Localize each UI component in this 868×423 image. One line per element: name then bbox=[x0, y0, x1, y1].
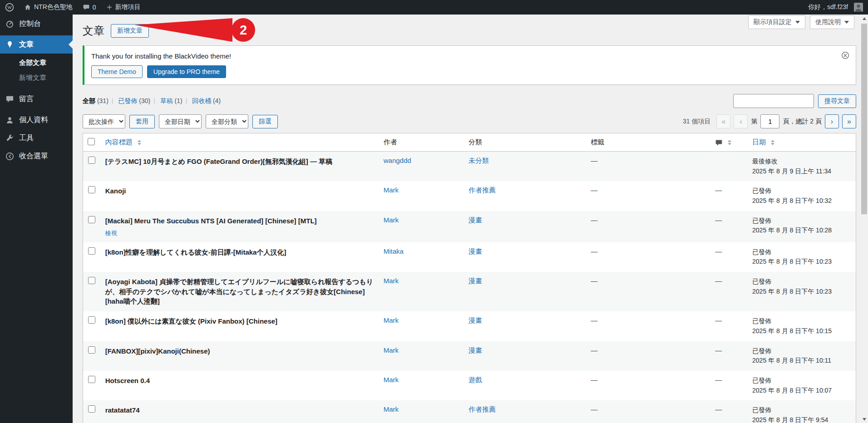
search-posts-button[interactable]: 搜尋文章 bbox=[818, 94, 856, 108]
date-filter-select[interactable]: 全部日期 bbox=[159, 114, 202, 128]
post-status: 已發佈 bbox=[752, 406, 771, 413]
page-title: 文章 bbox=[83, 24, 104, 38]
view-all-link[interactable]: 全部 (31) bbox=[83, 97, 108, 104]
row-checkbox[interactable] bbox=[88, 376, 95, 383]
scroll-down-arrow[interactable] bbox=[860, 415, 868, 423]
post-author-link[interactable]: Mark bbox=[384, 346, 399, 354]
post-status: 最後修改 bbox=[752, 157, 778, 165]
new-item-link[interactable]: 新增項目 bbox=[101, 0, 146, 15]
dismiss-notice-icon[interactable] bbox=[841, 51, 849, 61]
help-button[interactable]: 使用說明 bbox=[810, 15, 854, 29]
view-published-link[interactable]: 已發佈 (30) bbox=[118, 97, 150, 104]
row-checkbox[interactable] bbox=[88, 277, 95, 284]
post-title-link[interactable]: [Aoyagi Kabota] 貞操帯で射精管理してエイプリルフールに嘘寝取られ… bbox=[105, 278, 374, 305]
post-title-link[interactable]: Kanoji bbox=[105, 187, 126, 195]
sidebar-item-profile[interactable]: 個人資料 bbox=[0, 111, 73, 129]
scroll-thumb[interactable] bbox=[861, 24, 867, 214]
add-new-post-button[interactable]: 新增文章 bbox=[111, 24, 149, 38]
svg-text:W: W bbox=[7, 5, 12, 10]
filter-button[interactable]: 篩選 bbox=[252, 115, 278, 128]
post-title-link[interactable]: [テラスMC] 10月号まとめ FGO (FateGrand Order)[無邪… bbox=[105, 157, 332, 165]
account-menu-link[interactable]: 你好，sdf.f23f bbox=[803, 0, 868, 15]
sidebar-item-collapse-menu[interactable]: 收合選單 bbox=[0, 147, 73, 165]
apply-button[interactable]: 套用 bbox=[129, 115, 155, 128]
post-status: 已發佈 bbox=[752, 347, 771, 354]
scroll-up-arrow[interactable] bbox=[860, 15, 868, 22]
view-draft-link[interactable]: 草稿 (1) bbox=[160, 97, 182, 104]
sidebar-item-posts[interactable]: 文章 bbox=[0, 35, 73, 54]
post-category-link[interactable]: 作者推薦 bbox=[469, 405, 496, 413]
next-page-button[interactable]: › bbox=[825, 114, 839, 128]
select-all-checkbox[interactable] bbox=[88, 138, 95, 145]
theme-demo-button[interactable]: Theme Demo bbox=[91, 65, 143, 78]
home-icon bbox=[24, 4, 31, 11]
site-name-label: NTR色色聖地 bbox=[34, 3, 73, 11]
screen-options-button[interactable]: 顯示項目設定 bbox=[748, 15, 805, 29]
row-checkbox[interactable] bbox=[88, 316, 95, 324]
sidebar-menu: 控制台 文章 全部文章 新增文章 留言 個人資料 工具 收合選單 bbox=[0, 15, 73, 423]
post-tags-value: — bbox=[591, 405, 597, 413]
post-category-link[interactable]: 遊戲 bbox=[469, 376, 482, 384]
post-category-link[interactable]: 漫畫 bbox=[469, 346, 482, 354]
post-category-link[interactable]: 作者推薦 bbox=[469, 186, 496, 194]
post-tags-value: — bbox=[591, 277, 597, 285]
row-checkbox[interactable] bbox=[88, 346, 95, 354]
wordpress-logo-icon[interactable]: W bbox=[0, 0, 19, 15]
chevron-down-icon bbox=[844, 21, 849, 24]
post-author-link[interactable]: Mark bbox=[384, 277, 399, 285]
post-category-link[interactable]: 漫畫 bbox=[469, 247, 482, 255]
scrollbar[interactable] bbox=[860, 15, 868, 423]
tools-icon bbox=[5, 133, 15, 143]
view-trash-link[interactable]: 回收桶 (4) bbox=[192, 97, 221, 104]
post-category-link[interactable]: 未分類 bbox=[469, 157, 489, 164]
column-header-date[interactable]: 日期 bbox=[748, 133, 856, 152]
sidebar-item-dashboard[interactable]: 控制台 bbox=[0, 15, 73, 33]
post-author-link[interactable]: Mitaka bbox=[384, 247, 404, 255]
first-page-button: « bbox=[716, 114, 730, 128]
post-category-link[interactable]: 漫畫 bbox=[469, 216, 482, 224]
row-checkbox[interactable] bbox=[88, 247, 95, 255]
post-tags-value: — bbox=[591, 247, 597, 255]
bulk-action-select[interactable]: 批次操作 bbox=[83, 114, 125, 128]
sidebar-item-label: 控制台 bbox=[19, 19, 41, 29]
post-title-link[interactable]: ratatatat74 bbox=[105, 406, 140, 414]
search-box: 搜尋文章 bbox=[733, 94, 856, 108]
column-header-comments[interactable] bbox=[710, 133, 748, 152]
post-title-link[interactable]: [FANBOX][pixiv]Kanoji(Chinese) bbox=[105, 347, 210, 355]
post-title-link[interactable]: Hotscreen 0.4 bbox=[105, 377, 150, 384]
last-page-button[interactable]: » bbox=[842, 114, 856, 128]
separator: | bbox=[112, 97, 113, 104]
post-title-link[interactable]: [k8on] 僕以外には素直な彼女 (Pixiv Fanbox) [Chines… bbox=[105, 317, 277, 325]
row-checkbox[interactable] bbox=[88, 157, 95, 164]
current-page-input[interactable] bbox=[760, 114, 779, 128]
sidebar-item-comments[interactable]: 留言 bbox=[0, 90, 73, 108]
row-checkbox[interactable] bbox=[88, 405, 95, 413]
sidebar-subitem-new-post[interactable]: 新增文章 bbox=[0, 70, 73, 85]
post-category-link[interactable]: 漫畫 bbox=[469, 316, 482, 324]
post-author-link[interactable]: Mark bbox=[384, 405, 399, 413]
post-tags-value: — bbox=[591, 157, 597, 164]
row-action-view-link[interactable]: 檢視 bbox=[105, 230, 117, 236]
site-name-link[interactable]: NTR色色聖地 bbox=[19, 0, 78, 15]
admin-bar-comments-link[interactable]: 0 bbox=[78, 0, 101, 15]
post-date: 2025 年 8 月 8 日下午 10:11 bbox=[752, 357, 831, 364]
post-category-link[interactable]: 漫畫 bbox=[469, 277, 482, 285]
row-checkbox[interactable] bbox=[88, 186, 95, 193]
post-author-link[interactable]: Mark bbox=[384, 376, 399, 384]
column-header-title[interactable]: 內容標題 bbox=[101, 133, 379, 152]
upgrade-pro-button[interactable]: Upgrade to PRO theme bbox=[147, 65, 226, 78]
search-input[interactable] bbox=[733, 94, 814, 108]
sidebar-item-tools[interactable]: 工具 bbox=[0, 129, 73, 147]
post-author-link[interactable]: Mark bbox=[384, 216, 399, 224]
post-author-link[interactable]: Mark bbox=[384, 316, 399, 324]
row-checkbox[interactable] bbox=[88, 216, 95, 223]
category-filter-select[interactable]: 全部分類 bbox=[206, 114, 248, 128]
post-comments-value: — bbox=[715, 277, 722, 285]
post-comments-value: — bbox=[715, 376, 722, 384]
post-tags-value: — bbox=[591, 216, 597, 224]
post-title-link[interactable]: [Mackai] Meru The Succubus NTS [AI Gener… bbox=[105, 217, 317, 225]
post-author-link[interactable]: Mark bbox=[384, 186, 399, 194]
post-author-link[interactable]: wangddd bbox=[384, 157, 411, 164]
sidebar-subitem-all-posts[interactable]: 全部文章 bbox=[0, 55, 73, 70]
post-title-link[interactable]: [k8on]性癖を理解してくれる彼女-前日譚-[Mitaka个人汉化] bbox=[105, 248, 286, 256]
